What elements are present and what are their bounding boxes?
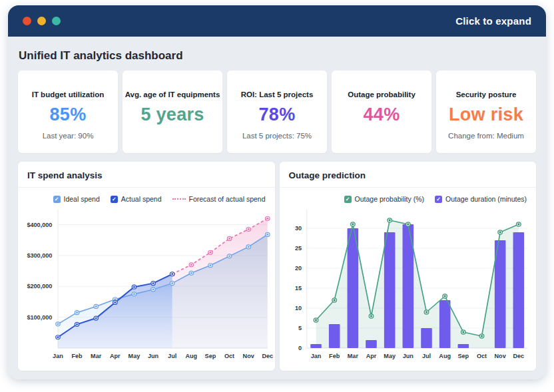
legend-label: Forecast of actual spend [189, 195, 266, 203]
svg-text:0: 0 [298, 345, 302, 351]
kpi-sub: Last 5 projects: 75% [227, 132, 327, 140]
kpi-label: Security posture [436, 91, 536, 98]
svg-text:Jul: Jul [421, 353, 430, 359]
kpi-value: 85% [18, 104, 118, 125]
svg-text:Aug: Aug [185, 353, 197, 359]
svg-text:Jul: Jul [168, 353, 176, 359]
svg-text:Jan: Jan [310, 353, 321, 359]
window-dot-yellow-icon[interactable] [37, 17, 46, 25]
svg-text:Nov: Nov [494, 353, 505, 359]
chart-title-it-spend: IT spend analysis [18, 162, 275, 188]
window-controls [23, 17, 61, 25]
kpi-label: Avg. age of IT equipments [123, 91, 222, 98]
kpi-value: 5 years [123, 104, 222, 125]
checkbox-checked-icon[interactable]: ✓ [435, 196, 442, 203]
checkbox-checked-icon[interactable]: ✓ [111, 196, 118, 203]
svg-text:Feb: Feb [329, 353, 340, 359]
outage-prediction-card: Outage prediction ✓ Outage probability (… [280, 162, 537, 371]
legend-label: Actual spend [121, 195, 162, 203]
svg-text:Jan: Jan [53, 353, 63, 359]
legend-label: Outage duration (minutes) [445, 195, 527, 203]
legend-outage-duration[interactable]: ✓ Outage duration (minutes) [435, 195, 527, 203]
svg-text:Dec: Dec [513, 353, 524, 359]
kpi-row: IT budget utilization 85% Last year: 90%… [8, 71, 546, 153]
svg-text:Dec: Dec [262, 353, 273, 359]
checkbox-checked-icon[interactable]: ✓ [344, 196, 352, 203]
dashboard-body: Unified IT analytics dashboard IT budget… [8, 37, 546, 371]
page-title: Unified IT analytics dashboard [8, 37, 546, 71]
svg-text:Mar: Mar [91, 353, 102, 359]
kpi-card-outage-probability: Outage probability 44% [332, 71, 431, 153]
svg-text:25: 25 [295, 245, 302, 252]
kpi-value: Low risk [436, 104, 536, 125]
kpi-card-roi: ROI: Last 5 projects 78% Last 5 projects… [227, 71, 327, 153]
it-spend-chart: $100,000$200,000$300,000$400,000JanFebMa… [18, 204, 275, 365]
kpi-sub: Change from: Medium [436, 132, 536, 140]
kpi-card-avg-age-equipment: Avg. age of IT equipments 5 years [123, 71, 222, 153]
charts-row: IT spend analysis ✓ Ideal spend ✓ Actual… [8, 153, 546, 371]
kpi-card-it-budget-utilization: IT budget utilization 85% Last year: 90% [18, 71, 118, 153]
kpi-label: Outage probability [332, 91, 431, 98]
svg-text:Mar: Mar [347, 353, 358, 359]
svg-text:15: 15 [295, 285, 302, 292]
svg-text:Sep: Sep [457, 353, 469, 359]
outage-prediction-chart: 051015202530JanFebMarAprMayJunJulAugSepO… [280, 204, 537, 365]
outage-chart-legend: ✓ Outage probability (%) ✓ Outage durati… [280, 188, 537, 203]
legend-label: Ideal spend [64, 195, 100, 203]
window-dot-red-icon[interactable] [23, 17, 31, 25]
legend-forecast-spend[interactable]: Forecast of actual spend [172, 195, 266, 203]
svg-text:Apr: Apr [366, 353, 376, 359]
legend-actual-spend[interactable]: ✓ Actual spend [111, 195, 162, 203]
svg-text:30: 30 [295, 225, 302, 232]
dashed-line-icon [172, 198, 186, 200]
kpi-label: ROI: Last 5 projects [227, 91, 327, 98]
svg-text:$200,000: $200,000 [27, 284, 52, 290]
kpi-card-security-posture: Security posture Low risk Change from: M… [436, 71, 536, 153]
svg-text:10: 10 [295, 305, 302, 311]
dashboard-window: Click to expand Unified IT analytics das… [8, 5, 546, 379]
svg-text:Oct: Oct [476, 353, 486, 359]
svg-text:Feb: Feb [72, 353, 83, 359]
svg-text:$400,000: $400,000 [27, 222, 52, 228]
kpi-sub: Last year: 90% [18, 132, 118, 140]
svg-text:5: 5 [298, 325, 302, 331]
kpi-value: 44% [332, 104, 431, 125]
window-dot-teal-icon[interactable] [52, 17, 61, 25]
svg-text:20: 20 [295, 265, 302, 272]
svg-text:Nov: Nov [243, 353, 254, 359]
svg-text:May: May [384, 353, 396, 359]
svg-text:May: May [129, 353, 140, 359]
svg-text:$300,000: $300,000 [27, 252, 52, 259]
legend-ideal-spend[interactable]: ✓ Ideal spend [53, 195, 100, 203]
kpi-label: IT budget utilization [18, 91, 118, 98]
svg-text:Apr: Apr [110, 353, 121, 359]
spend-chart-legend: ✓ Ideal spend ✓ Actual spend Forecast of… [18, 188, 275, 203]
svg-text:Jun: Jun [402, 353, 413, 359]
svg-text:$100,000: $100,000 [27, 314, 52, 321]
checkbox-checked-icon[interactable]: ✓ [53, 196, 61, 203]
window-titlebar: Click to expand [8, 5, 546, 37]
svg-text:Jun: Jun [148, 353, 158, 359]
svg-text:Aug: Aug [439, 353, 451, 359]
svg-text:Sep: Sep [205, 353, 216, 359]
click-to-expand-button[interactable]: Click to expand [455, 15, 531, 27]
legend-label: Outage probability (%) [355, 195, 424, 203]
svg-text:Oct: Oct [224, 353, 234, 359]
chart-title-outage: Outage prediction [280, 162, 537, 188]
it-spend-analysis-card: IT spend analysis ✓ Ideal spend ✓ Actual… [18, 162, 275, 371]
legend-outage-probability[interactable]: ✓ Outage probability (%) [344, 195, 424, 203]
kpi-value: 78% [227, 104, 327, 125]
